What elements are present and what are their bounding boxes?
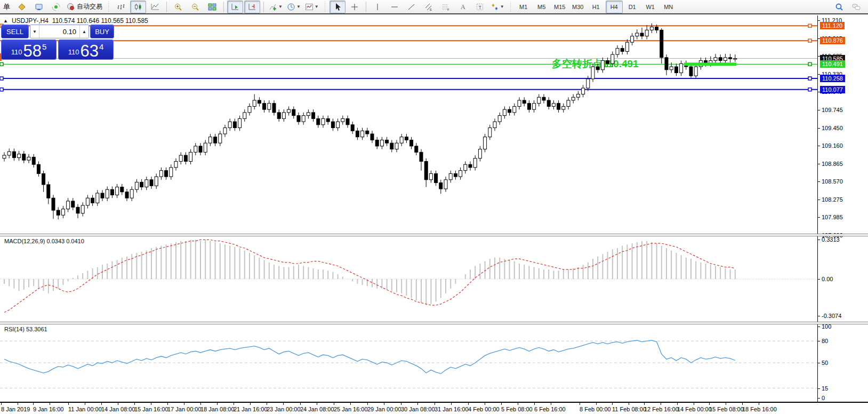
timeframe-button-m5[interactable]: M5: [533, 1, 550, 13]
crosshair-button[interactable]: [347, 1, 363, 13]
candle-body: [135, 182, 138, 189]
timeframe-button-h1[interactable]: H1: [588, 1, 605, 13]
sell-price-display[interactable]: 110 58 5: [1, 39, 57, 60]
candle-body: [356, 131, 359, 137]
signals-button[interactable]: [48, 1, 64, 13]
candle-body: [81, 205, 84, 213]
candle-body: [439, 183, 443, 189]
volume-decrease-button[interactable]: ▼: [30, 25, 39, 38]
text-button[interactable]: A: [455, 1, 471, 13]
line-endpoint-marker[interactable]: [0, 88, 3, 91]
time-tick-mark: [33, 403, 34, 405]
chevron-down-icon[interactable]: ▼: [500, 4, 504, 9]
macd-tick-label: 0.3313: [822, 236, 840, 243]
timeframe-button-d1[interactable]: D1: [624, 1, 641, 13]
chat-button[interactable]: [848, 1, 864, 13]
zoom-out-button[interactable]: [187, 1, 203, 13]
price-badge: 110.077: [820, 86, 845, 93]
price-badge: 110.491: [820, 60, 845, 68]
buy-button[interactable]: BUY: [90, 25, 114, 38]
line-endpoint-marker[interactable]: [808, 39, 811, 42]
price-tick-label: 109.160: [822, 142, 843, 149]
horizontal-line-button[interactable]: [387, 1, 403, 13]
bar-chart-button[interactable]: [113, 1, 129, 13]
toolbar-grip[interactable]: [509, 2, 512, 12]
time-tick-mark: [167, 403, 168, 405]
macd-tick-label: 0.00: [822, 276, 833, 282]
volume-increase-button[interactable]: ▲: [79, 25, 89, 38]
panel-separator[interactable]: [0, 322, 868, 324]
text-label-button[interactable]: T: [472, 1, 488, 13]
templates-button[interactable]: ▼: [303, 1, 320, 13]
tick-mark: [818, 240, 820, 240]
sell-button[interactable]: SELL: [1, 25, 29, 38]
vertical-line-button[interactable]: [369, 1, 385, 13]
tile-windows-button[interactable]: [204, 1, 220, 13]
chevron-down-icon[interactable]: ▼: [315, 4, 319, 9]
buy-price-display[interactable]: 110 63 4: [58, 39, 114, 60]
line-endpoint-marker[interactable]: [0, 77, 3, 80]
toolbar-separator: [223, 2, 224, 12]
chevron-down-icon[interactable]: ▼: [278, 4, 283, 9]
tile: [208, 3, 216, 11]
panel-separator[interactable]: [0, 234, 868, 236]
candle-body: [238, 118, 242, 128]
candle-body: [724, 58, 727, 61]
candle-body: [208, 137, 212, 143]
line-endpoint-marker[interactable]: [808, 77, 811, 80]
chart-shift-button[interactable]: [244, 1, 260, 13]
timeframe-button-mn[interactable]: MN: [660, 1, 677, 13]
line-endpoint-marker[interactable]: [808, 24, 811, 27]
candle-body: [375, 140, 379, 146]
zoom-in-button[interactable]: [170, 1, 186, 13]
toolbar-grip[interactable]: [324, 2, 326, 12]
candle-body: [680, 63, 683, 73]
candle-body: [116, 187, 119, 195]
time-axis[interactable]: 8 Jan 20199 Jan 16:0011 Jan 00:0014 Jan …: [0, 402, 868, 414]
periods-button[interactable]: ▼: [285, 1, 302, 13]
line-endpoint-marker[interactable]: [0, 62, 3, 66]
metaeditor-button[interactable]: [31, 1, 47, 13]
autotrading-button[interactable]: 自动交易: [65, 1, 104, 13]
cursor-button[interactable]: [329, 1, 345, 13]
svg-text:E: E: [430, 8, 432, 11]
candle-body: [233, 122, 236, 128]
candle-body: [734, 59, 737, 60]
timeframe-button-w1[interactable]: W1: [642, 1, 659, 13]
line-endpoint-marker[interactable]: [808, 62, 811, 66]
candle-body: [22, 154, 26, 160]
candle-body: [415, 146, 418, 152]
menu-fragment[interactable]: 单: [3, 2, 10, 12]
trendline-button[interactable]: [404, 1, 420, 13]
price-axis[interactable]: 111.210110.915110.625110.330110.040109.7…: [817, 15, 868, 402]
svg-text:F: F: [447, 8, 449, 11]
fibonacci-button[interactable]: F: [438, 1, 454, 13]
channel-button[interactable]: E: [421, 1, 437, 13]
candle-body: [52, 198, 55, 210]
timeframe-button-h4[interactable]: H4: [606, 1, 623, 13]
toolbar-grip[interactable]: [107, 2, 110, 12]
time-tick-mark: [468, 403, 469, 405]
time-tick-mark: [417, 403, 418, 405]
candle-body: [665, 58, 668, 70]
timeframe-button-m15[interactable]: M15: [551, 1, 568, 13]
line-endpoint-marker[interactable]: [808, 88, 811, 91]
search-button[interactable]: [831, 1, 847, 13]
chevron-down-icon[interactable]: ▼: [296, 4, 301, 9]
time-tick-mark: [200, 403, 201, 405]
indicators-button[interactable]: ▼: [267, 1, 284, 13]
auto-scroll-button[interactable]: [227, 1, 243, 13]
pivot-highlight-segment[interactable]: [684, 62, 736, 66]
candle-body: [464, 164, 467, 170]
collapse-triangle-icon[interactable]: ▲: [3, 18, 8, 23]
timeframe-button-m1[interactable]: M1: [515, 1, 532, 13]
volume-input[interactable]: [39, 25, 79, 38]
arrows-button[interactable]: ▼: [489, 1, 506, 13]
candle-body: [390, 143, 393, 149]
new-order-button[interactable]: [14, 1, 30, 13]
candlestick-chart-button[interactable]: [130, 1, 146, 13]
time-tick-mark: [334, 403, 334, 405]
timeframe-button-m30[interactable]: M30: [569, 1, 586, 13]
candle-body: [204, 143, 207, 152]
line-chart-button[interactable]: [147, 1, 163, 13]
